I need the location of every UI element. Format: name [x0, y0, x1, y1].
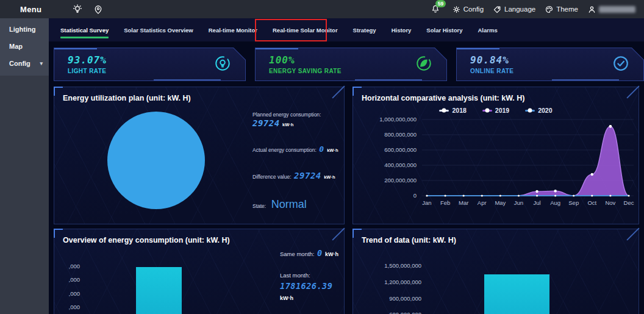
legend-item-2020[interactable]: 2020: [525, 107, 552, 114]
same-month-label: Same month:: [280, 251, 315, 257]
actual-value: 0: [319, 145, 324, 154]
chevron-down-icon: ▾: [40, 60, 43, 66]
leaf-circle-icon: [415, 54, 433, 75]
online-rate-value: 90.84%: [470, 54, 513, 66]
last-month-value: 1781626.39: [280, 281, 332, 291]
panel-title: Trend of data (unit: kW. H): [353, 229, 639, 244]
check-circle-icon: [612, 54, 630, 75]
dashboard-root: Menu 59: [0, 0, 644, 314]
notification-count-badge: 59: [435, 0, 445, 7]
energy-saving-rate-label: ENERGY SAVING RATE: [269, 68, 342, 74]
sidebar-item-lighting[interactable]: Lighting: [0, 21, 49, 38]
user-account[interactable]: [587, 5, 635, 14]
svg-text:200,000,000: 200,000,000: [384, 177, 417, 184]
username-redacted: [599, 6, 635, 13]
svg-text:Apr: Apr: [478, 199, 487, 206]
panel-title: Horizontal comparative analysis (unit: k…: [353, 87, 639, 102]
difference-value: 29724: [294, 171, 321, 180]
overview-stats: Same month: 0 kW·h Last month: 1781626.3…: [280, 248, 344, 314]
svg-text:Jul: Jul: [533, 199, 540, 206]
panel-energy-utilization-plan: Energy utilization plan (unit: kW. H) Pl…: [54, 87, 345, 224]
svg-text:Jan: Jan: [422, 199, 431, 206]
sidebar-item-map[interactable]: Map: [0, 38, 49, 55]
planned-value: 29724: [252, 118, 280, 128]
panel-trend-of-data: Trend of data (unit: kW. H) 1,500,000,00…: [352, 229, 639, 314]
panel-horizontal-comparative-analysis: Horizontal comparative analysis (unit: k…: [352, 87, 639, 224]
y-axis-label: 900,000,000: [358, 295, 421, 302]
y-axis-label: ,000: [60, 304, 80, 310]
energy-plan-pie-chart: [107, 112, 205, 209]
svg-text:Mar: Mar: [459, 199, 468, 206]
svg-text:Oct: Oct: [587, 199, 596, 206]
language-label: Language: [504, 5, 535, 13]
tab-solar-statistics-overview[interactable]: Solar Statistics Overview: [124, 18, 193, 41]
y-axis-label: ,000: [60, 263, 80, 269]
tab-bar: Statistical Survey Solar Statistics Over…: [49, 18, 644, 41]
svg-text:May: May: [495, 199, 506, 206]
last-month-label: Last month:: [280, 272, 344, 279]
theme-button[interactable]: Theme: [545, 5, 578, 14]
light-rate-label: LIGHT RATE: [68, 68, 107, 74]
svg-text:800,000,000: 800,000,000: [384, 131, 417, 138]
tab-solar-history[interactable]: Solar History: [426, 18, 462, 41]
energy-saving-rate-value: 100%: [269, 54, 342, 66]
tab-history[interactable]: History: [392, 18, 412, 41]
svg-text:Feb: Feb: [440, 199, 450, 206]
menu-title: Menu: [20, 5, 41, 14]
topbar: Menu 59: [0, 0, 644, 18]
y-axis-label: ,000: [60, 276, 80, 283]
legend-marker-icon: [439, 110, 449, 112]
gear-icon: [452, 5, 461, 14]
actual-label: Actual energy consumption:: [252, 147, 317, 153]
panel-overview-energy-consumption: Overview of energy consumption (unit: kW…: [54, 229, 345, 314]
energy-plan-stats: Planned energy consumption: 29724 kW·h A…: [252, 112, 338, 211]
legend-marker-icon: [482, 110, 492, 112]
light-bulb-icon[interactable]: [72, 4, 83, 15]
config-button[interactable]: Config: [452, 5, 484, 14]
map-pin-icon[interactable]: [93, 4, 104, 15]
sidebar-item-config[interactable]: Config ▾: [0, 55, 49, 72]
light-bulb-circle-icon: [213, 54, 232, 75]
sidebar: Lighting Map Config ▾: [0, 18, 49, 314]
language-button[interactable]: Language: [493, 5, 535, 14]
svg-text:Jun: Jun: [514, 199, 523, 206]
svg-text:Dec: Dec: [624, 199, 634, 206]
kpi-card-light-rate: 93.07% LIGHT RATE: [54, 48, 246, 81]
svg-text:400,000,000: 400,000,000: [384, 162, 417, 168]
tag-icon: [493, 5, 502, 14]
theme-label: Theme: [556, 5, 578, 13]
svg-text:Aug: Aug: [550, 199, 560, 206]
kpi-card-energy-saving-rate: 100% ENERGY SAVING RATE: [255, 48, 447, 81]
tab-real-time-solar-monitor[interactable]: Real-time Solar Monitor: [273, 18, 338, 41]
planned-label: Planned energy consumption:: [252, 112, 338, 118]
config-label: Config: [463, 5, 484, 13]
y-axis-label: 1,200,000,000: [358, 279, 421, 285]
legend-item-2019[interactable]: 2019: [482, 107, 509, 114]
kpi-card-online-rate: 90.84% ONLINE RATE: [456, 48, 644, 81]
trend-bar: [484, 274, 549, 314]
overview-bar: [136, 267, 182, 314]
comparative-area-chart: 1,000,000,000800,000,000600,000,000400,0…: [358, 115, 639, 213]
difference-label: Difference value:: [252, 174, 292, 180]
svg-text:600,000,000: 600,000,000: [384, 146, 417, 153]
legend-marker-icon: [525, 110, 535, 112]
palette-icon: [545, 5, 554, 14]
tab-strategy[interactable]: Strategy: [353, 18, 376, 41]
light-rate-value: 93.07%: [68, 54, 107, 66]
y-axis-label: 1,500,000,000: [358, 262, 421, 269]
y-axis-label: ,000: [60, 290, 80, 297]
user-icon: [587, 5, 596, 14]
state-value: Normal: [271, 198, 307, 210]
legend-item-2018[interactable]: 2018: [439, 107, 466, 114]
svg-text:Sep: Sep: [568, 199, 579, 206]
svg-text:0: 0: [413, 192, 417, 199]
tab-statistical-survey[interactable]: Statistical Survey: [60, 18, 109, 41]
online-rate-label: ONLINE RATE: [470, 68, 513, 74]
same-month-value: 0: [317, 248, 323, 258]
chart-legend: 2018 2019 2020: [353, 107, 639, 114]
tab-real-time-monitor[interactable]: Real-time Monitor: [209, 18, 257, 41]
panel-title: Overview of energy consumption (unit: kW…: [54, 229, 344, 244]
notifications-bell-icon[interactable]: 59: [431, 4, 440, 14]
y-axis-label: 600,000,000: [358, 311, 421, 314]
tab-alarms[interactable]: Alarms: [478, 18, 498, 41]
